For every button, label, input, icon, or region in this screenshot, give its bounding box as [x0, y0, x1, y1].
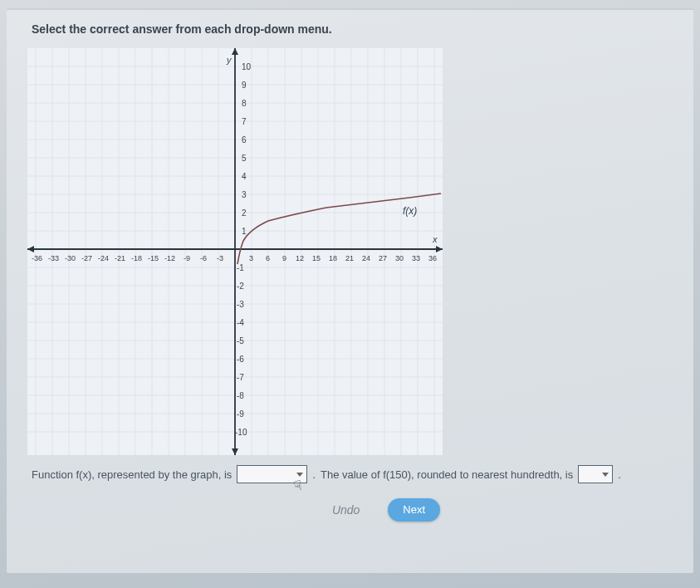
svg-text:8: 8 — [242, 99, 247, 108]
svg-text:6: 6 — [242, 135, 247, 145]
instruction-text: Select the correct answer from each drop… — [32, 22, 677, 36]
cursor-icon: ☟ — [293, 477, 304, 493]
dropdown-function-type[interactable]: ☟ — [237, 465, 307, 483]
answer-period-1: . — [312, 468, 316, 481]
svg-text:2: 2 — [242, 208, 247, 218]
svg-text:3: 3 — [249, 254, 253, 262]
question-card: Select the correct answer from each drop… — [7, 8, 693, 573]
svg-text:15: 15 — [312, 254, 321, 262]
next-button[interactable]: Next — [388, 498, 440, 522]
curve-label: f(x) — [403, 205, 417, 217]
svg-text:6: 6 — [266, 254, 270, 262]
svg-text:-8: -8 — [237, 391, 244, 400]
svg-text:-2: -2 — [237, 282, 244, 291]
svg-text:24: 24 — [362, 254, 370, 262]
svg-text:-24: -24 — [98, 254, 109, 262]
svg-text:4: 4 — [242, 172, 247, 181]
graph: 10 9 8 7 6 5 4 3 2 1 -1 -2 -3 -4 -5 -6 -… — [27, 48, 443, 455]
svg-text:30: 30 — [395, 254, 404, 262]
svg-text:-27: -27 — [81, 254, 92, 262]
svg-text:-6: -6 — [237, 355, 244, 364]
chevron-down-icon — [296, 473, 303, 477]
svg-text:-15: -15 — [148, 254, 159, 262]
graph-svg: 10 9 8 7 6 5 4 3 2 1 -1 -2 -3 -4 -5 -6 -… — [27, 48, 443, 455]
answer-text-2: The value of f(150), rounded to nearest … — [321, 468, 573, 481]
svg-text:7: 7 — [242, 117, 247, 126]
svg-text:18: 18 — [329, 254, 337, 262]
svg-text:-6: -6 — [200, 254, 207, 262]
undo-button[interactable]: Undo — [321, 498, 371, 522]
svg-text:x: x — [432, 234, 438, 244]
svg-text:-3: -3 — [237, 300, 244, 309]
svg-text:-7: -7 — [237, 373, 244, 382]
svg-text:36: 36 — [428, 254, 437, 262]
svg-text:1: 1 — [242, 227, 247, 236]
svg-text:27: 27 — [379, 254, 387, 262]
answer-sentence: Function f(x), represented by the graph,… — [32, 465, 677, 483]
svg-text:-12: -12 — [164, 254, 175, 262]
svg-text:-5: -5 — [237, 336, 244, 345]
chevron-down-icon — [602, 473, 609, 477]
svg-text:3: 3 — [242, 190, 247, 199]
svg-text:10: 10 — [242, 62, 252, 71]
svg-text:-9: -9 — [184, 254, 190, 262]
svg-text:-36: -36 — [32, 254, 42, 262]
answer-text-1: Function f(x), represented by the graph,… — [32, 468, 232, 481]
dropdown-value[interactable] — [578, 465, 613, 483]
svg-text:-30: -30 — [65, 254, 76, 262]
svg-text:5: 5 — [242, 154, 247, 163]
svg-text:-33: -33 — [48, 254, 59, 262]
svg-text:-10: -10 — [235, 428, 247, 437]
svg-text:-4: -4 — [237, 318, 244, 327]
svg-text:-1: -1 — [237, 263, 244, 272]
answer-period-2: . — [618, 468, 621, 481]
svg-text:33: 33 — [412, 254, 420, 262]
svg-text:-3: -3 — [217, 254, 223, 262]
svg-text:-9: -9 — [237, 409, 244, 419]
svg-text:12: 12 — [296, 254, 304, 262]
svg-text:9: 9 — [282, 254, 286, 262]
svg-text:-21: -21 — [115, 254, 125, 262]
button-row: Undo Next — [131, 498, 629, 522]
svg-text:21: 21 — [345, 254, 354, 262]
svg-text:9: 9 — [242, 81, 247, 90]
svg-text:-18: -18 — [131, 254, 142, 262]
